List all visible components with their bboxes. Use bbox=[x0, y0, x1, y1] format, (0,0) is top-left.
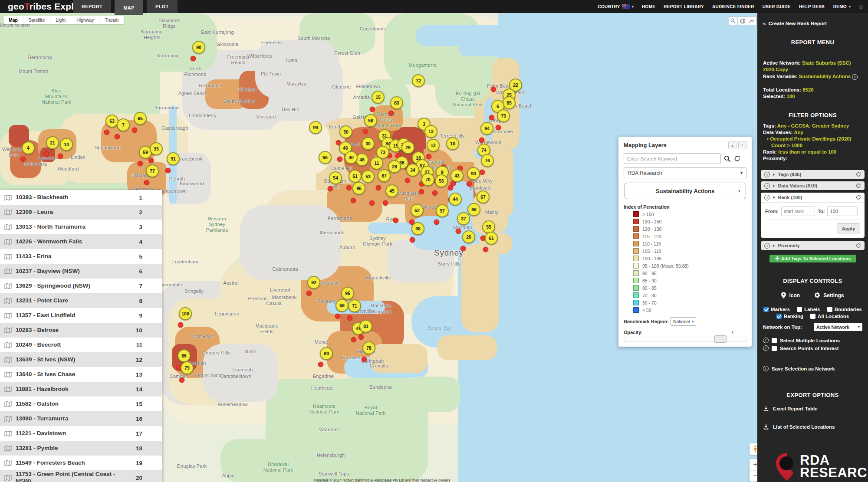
rank-marker-10[interactable]: 10 bbox=[446, 137, 459, 150]
rank-marker-28[interactable]: 28 bbox=[388, 160, 401, 173]
add-tags-button[interactable]: ✚Add Tags To Selected Locations bbox=[769, 255, 856, 262]
rank-marker-61[interactable]: 61 bbox=[485, 232, 498, 245]
accordion-tags-[interactable]: ▸ Tags (835) bbox=[761, 170, 865, 179]
save-selection-link[interactable]: Save Selection as Network bbox=[757, 366, 868, 371]
option-checkbox[interactable] bbox=[772, 346, 777, 351]
benchmark-region-select[interactable]: National ▾ bbox=[671, 317, 697, 326]
location-list-row[interactable]: 13013 - North Turramurra 3 bbox=[0, 220, 162, 234]
nav-help-desk[interactable]: HELP DESK bbox=[799, 4, 825, 9]
location-list-row[interactable]: 10393 - Blackheath 1 bbox=[0, 190, 162, 205]
rank-marker-30[interactable]: 30 bbox=[362, 137, 375, 150]
rank-marker-79[interactable]: 79 bbox=[181, 361, 194, 374]
layer-source-select[interactable]: RDA Research ▾ bbox=[624, 167, 746, 178]
network-on-top-select[interactable]: Active Network ▾ bbox=[814, 323, 862, 331]
rank-marker-91[interactable]: 91 bbox=[167, 152, 180, 165]
location-list-row[interactable]: 13980 - Turramurra 16 bbox=[0, 411, 162, 426]
option-select-multiple-locations[interactable]: Select Multiple Locations bbox=[757, 338, 868, 343]
option-checkbox[interactable] bbox=[772, 338, 777, 343]
rank-marker-70[interactable]: 70 bbox=[421, 173, 434, 186]
map-type-transit[interactable]: Transit bbox=[99, 16, 124, 24]
rank-marker-21[interactable]: 21 bbox=[46, 136, 59, 149]
location-list-row[interactable]: 13639 - St Ives (NSW) 12 bbox=[0, 352, 162, 367]
location-list-row[interactable]: 10237 - Bayview (NSW) 6 bbox=[0, 264, 162, 279]
search-icon[interactable] bbox=[724, 155, 731, 162]
create-new-rank-report-link[interactable]: « Create New Rank Report bbox=[757, 21, 868, 26]
opacity-slider-thumb[interactable] bbox=[714, 335, 727, 343]
rank-marker-13[interactable]: 13 bbox=[424, 125, 437, 138]
rank-marker-93[interactable]: 93 bbox=[467, 167, 480, 180]
rank-marker-86[interactable]: 86 bbox=[178, 349, 191, 362]
tab-map[interactable]: MAP bbox=[115, 0, 143, 15]
rank-marker-92[interactable]: 92 bbox=[307, 276, 320, 289]
rank-marker-69[interactable]: 69 bbox=[335, 299, 349, 312]
rank-marker-65[interactable]: 65 bbox=[134, 112, 147, 125]
rank-marker-67[interactable]: 67 bbox=[477, 190, 490, 203]
rank-marker-71[interactable]: 71 bbox=[348, 299, 361, 312]
rank-marker-34[interactable]: 34 bbox=[406, 164, 419, 177]
rank-marker-29[interactable]: 29 bbox=[401, 141, 414, 154]
rank-marker-54[interactable]: 54 bbox=[329, 171, 342, 184]
rank-marker-44[interactable]: 44 bbox=[449, 193, 462, 206]
map-type-light[interactable]: Light bbox=[50, 16, 71, 24]
nav-report-library[interactable]: REPORT LIBRARY bbox=[664, 4, 704, 9]
rank-marker-99[interactable]: 99 bbox=[309, 121, 322, 134]
rank-marker-96[interactable]: 96 bbox=[352, 182, 365, 195]
map-globe-button[interactable] bbox=[738, 16, 747, 25]
accordion-data-values-[interactable]: ▸ Data Values (510) bbox=[761, 181, 865, 190]
location-list-row[interactable]: 11357 - East Lindfield 9 bbox=[0, 308, 162, 323]
rank-marker-15[interactable]: 15 bbox=[372, 91, 385, 104]
rank-marker-83[interactable]: 83 bbox=[390, 96, 403, 109]
rank-marker-40[interactable]: 40 bbox=[345, 151, 358, 164]
nav-demo[interactable]: DEMO▾ bbox=[833, 4, 851, 9]
nav-home[interactable]: HOME bbox=[642, 4, 655, 9]
checkbox-markers[interactable]: Markers bbox=[763, 307, 790, 312]
rank-marker-11[interactable]: 11 bbox=[370, 157, 383, 170]
rank-marker-12[interactable]: 12 bbox=[427, 139, 440, 152]
tab-report[interactable]: REPORT bbox=[73, 0, 111, 13]
rank-marker-94[interactable]: 94 bbox=[480, 122, 493, 135]
refresh-icon[interactable] bbox=[856, 195, 861, 200]
checkbox-boundaries[interactable]: Boundaries bbox=[827, 307, 862, 312]
location-list-row[interactable]: 13231 - Point Clare 8 bbox=[0, 293, 162, 308]
rank-accordion-header[interactable]: ▾ Rank (100) bbox=[761, 193, 865, 203]
export-list-of-selected-locations[interactable]: List of Selected Locations bbox=[757, 424, 868, 430]
rank-marker-7[interactable]: 7 bbox=[117, 118, 130, 131]
map-type-highway[interactable]: Highway bbox=[71, 16, 99, 24]
rank-marker-95[interactable]: 95 bbox=[341, 287, 354, 300]
refresh-icon[interactable] bbox=[856, 243, 861, 248]
panel-collapse-button[interactable]: ▴ bbox=[728, 141, 736, 149]
rank-marker-50[interactable]: 50 bbox=[339, 125, 352, 138]
location-list-row[interactable]: 14226 - Wentworth Falls 4 bbox=[0, 234, 162, 249]
map-type-map[interactable]: Map bbox=[3, 16, 23, 24]
location-list-row[interactable]: 13629 - Springwood (NSW) 7 bbox=[0, 279, 162, 293]
rank-from-input[interactable] bbox=[781, 207, 815, 216]
location-list-row[interactable]: 11433 - Erina 5 bbox=[0, 249, 162, 264]
rank-marker-68[interactable]: 68 bbox=[467, 203, 480, 216]
menu-icon[interactable]: ≡ bbox=[859, 3, 863, 10]
location-list-row[interactable]: 13281 - Pymble 18 bbox=[0, 441, 162, 456]
settings-button[interactable]: Settings bbox=[815, 292, 844, 298]
checkbox-all-locations[interactable]: All Locations bbox=[810, 314, 849, 319]
rank-marker-55[interactable]: 55 bbox=[482, 220, 495, 233]
rank-marker-100[interactable]: 100 bbox=[179, 307, 192, 320]
nav-audience-finder[interactable]: AUDIENCE FINDER bbox=[712, 4, 754, 9]
rank-marker-77[interactable]: 77 bbox=[146, 164, 159, 177]
map-type-satellite[interactable]: Satellite bbox=[23, 16, 50, 24]
rank-marker-4[interactable]: 4 bbox=[22, 141, 35, 154]
location-list-row[interactable]: 12309 - Leura 2 bbox=[0, 205, 162, 220]
panel-close-button[interactable]: × bbox=[738, 141, 746, 149]
rank-marker-66[interactable]: 66 bbox=[319, 151, 332, 164]
nav-country[interactable]: COUNTRY▾ bbox=[598, 4, 634, 9]
checkbox-ranking[interactable]: Ranking bbox=[776, 314, 803, 319]
rank-marker-87[interactable]: 87 bbox=[378, 169, 391, 182]
info-icon[interactable] bbox=[852, 74, 858, 80]
proximity-accordion[interactable]: ▸ Proximity bbox=[761, 241, 865, 250]
rank-marker-89[interactable]: 89 bbox=[320, 347, 333, 360]
rank-to-input[interactable] bbox=[827, 207, 858, 216]
rank-marker-51[interactable]: 51 bbox=[349, 170, 362, 183]
rank-marker-53[interactable]: 53 bbox=[362, 170, 375, 183]
location-list-row[interactable]: 10249 - Beecroft 11 bbox=[0, 338, 162, 352]
rank-marker-98[interactable]: 98 bbox=[411, 222, 424, 235]
rank-marker-14[interactable]: 14 bbox=[60, 138, 73, 151]
tab-plot[interactable]: PLOT bbox=[147, 0, 178, 13]
